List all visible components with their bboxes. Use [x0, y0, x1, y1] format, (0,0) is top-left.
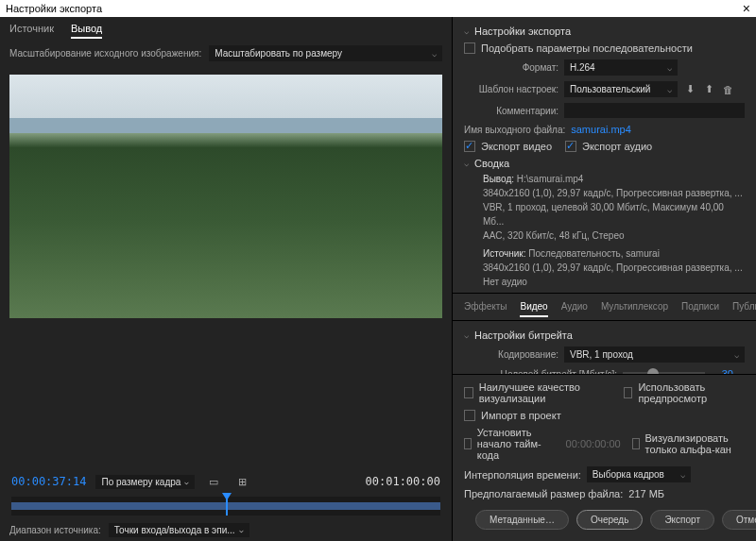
playhead[interactable] — [226, 497, 228, 516]
match-sequence-checkbox[interactable] — [464, 42, 475, 54]
save-preset-icon[interactable]: ⬇ — [683, 83, 696, 96]
encoding-label: Кодирование: — [464, 349, 558, 360]
window-title: Настройки экспорта — [6, 3, 102, 14]
format-label: Формат: — [464, 62, 558, 73]
export-button[interactable]: Экспорт — [650, 510, 714, 530]
timeline[interactable] — [11, 497, 440, 516]
preset-label: Шаблон настроек: — [464, 84, 558, 94]
alpha-checkbox[interactable] — [632, 438, 640, 449]
rtab-video[interactable]: Видео — [520, 301, 547, 317]
format-dropdown[interactable]: H.264 — [564, 59, 678, 76]
interp-dropdown[interactable]: Выборка кадров — [587, 466, 691, 482]
delete-preset-icon[interactable]: 🗑 — [721, 83, 734, 96]
use-preview-checkbox[interactable] — [624, 387, 633, 398]
rtab-audio[interactable]: Аудио — [561, 301, 588, 317]
rtab-mux[interactable]: Мультиплексор — [601, 301, 668, 317]
summary-header[interactable]: Сводка — [464, 155, 745, 172]
comments-input[interactable] — [564, 103, 745, 118]
scale-dropdown[interactable]: Масштабировать по размеру — [209, 45, 442, 61]
export-settings-header[interactable]: Настройки экспорта — [464, 23, 745, 40]
comments-label: Комментарии: — [464, 106, 558, 116]
cancel-button[interactable]: Отмена — [722, 510, 756, 530]
max-quality-checkbox[interactable] — [464, 387, 473, 398]
export-audio-checkbox[interactable] — [565, 141, 576, 152]
range-dropdown[interactable]: Точки входа/выхода в эпи... — [109, 523, 249, 537]
match-sequence-label: Подобрать параметры последовательности — [481, 42, 693, 54]
preset-dropdown[interactable]: Пользовательский — [564, 81, 678, 97]
current-timecode[interactable]: 00:00:37:14 — [11, 475, 86, 488]
export-audio-label: Экспорт аудио — [582, 141, 652, 152]
fit-dropdown[interactable]: По размеру кадра — [95, 475, 195, 489]
total-timecode: 00:01:00:00 — [366, 475, 440, 488]
tab-source[interactable]: Источник — [9, 23, 54, 39]
video-preview — [9, 75, 442, 318]
tab-output[interactable]: Вывод — [71, 23, 102, 39]
export-video-label: Экспорт видео — [481, 141, 552, 152]
import-preset-icon[interactable]: ⬆ — [702, 83, 715, 96]
rtab-publish[interactable]: Публикац — [732, 301, 756, 317]
rtab-captions[interactable]: Подписи — [681, 301, 719, 317]
import-project-checkbox[interactable] — [464, 410, 475, 421]
rtab-effects[interactable]: Эффекты — [464, 301, 507, 317]
filename-link[interactable]: samurai.mp4 — [571, 124, 631, 135]
settings-icon[interactable]: ⊞ — [232, 474, 251, 489]
target-bitrate-slider[interactable] — [623, 372, 705, 374]
set-timecode-checkbox[interactable] — [464, 438, 472, 449]
encoding-dropdown[interactable]: VBR, 1 проход — [564, 347, 745, 363]
export-video-checkbox[interactable] — [464, 141, 475, 152]
queue-button[interactable]: Очередь — [576, 510, 644, 530]
bitrate-header[interactable]: Настройки битрейта — [464, 327, 745, 344]
scale-label: Масштабирование исходного изображения: — [9, 48, 201, 59]
filename-label: Имя выходного файла: — [464, 125, 565, 135]
range-label: Диапазон источника: — [9, 525, 101, 535]
metadata-button[interactable]: Метаданные… — [475, 510, 569, 530]
aspect-icon[interactable]: ▭ — [204, 474, 223, 489]
close-icon[interactable]: × — [743, 1, 750, 16]
